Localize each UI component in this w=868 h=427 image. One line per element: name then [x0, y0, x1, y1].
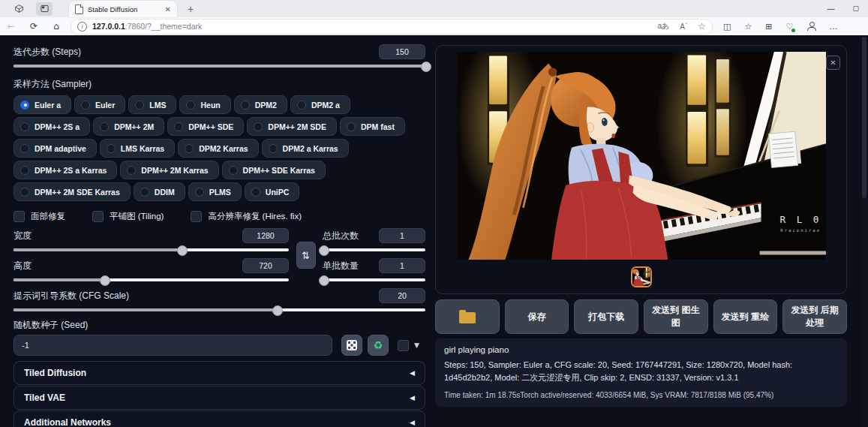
- generated-image[interactable]: [457, 52, 826, 260]
- batch-size-block: 单批数量 1: [323, 259, 425, 281]
- sampler-option-ddim[interactable]: DDIM: [134, 182, 185, 201]
- height-slider[interactable]: [14, 278, 289, 281]
- send-to-img2img-button[interactable]: 发送到 图生图: [644, 299, 708, 334]
- batch-count-slider[interactable]: [323, 248, 425, 251]
- button-label: 保存: [528, 311, 546, 323]
- width-slider[interactable]: [14, 248, 289, 251]
- sampler-option-dpm-sde-karras[interactable]: DPM++ SDE Karras: [222, 161, 326, 179]
- sampler-option-plms[interactable]: PLMS: [188, 182, 242, 201]
- sampler-option-label: PLMS: [209, 188, 231, 197]
- seed-extra-caret-icon[interactable]: ▼: [414, 341, 419, 349]
- results-panel: ✕ 保存打包下载发送到 图生图发送到 重绘发送到 后期处理 girl playi…: [435, 35, 847, 407]
- batch-size-input[interactable]: 1: [379, 258, 425, 273]
- sampler-option-label: DPM adaptive: [35, 144, 86, 153]
- collections-icon[interactable]: ⊞: [765, 22, 772, 32]
- sampler-option-dpm2-a-karras[interactable]: DPM2 a Karras: [262, 139, 349, 158]
- sampler-option-dpm-2s-a-karras[interactable]: DPM++ 2S a Karras: [14, 161, 117, 179]
- sampler-option-unipc[interactable]: UniPC: [245, 182, 300, 201]
- sampler-option-dpm-2s-a[interactable]: DPM++ 2S a: [14, 117, 90, 136]
- sampler-option-lms[interactable]: LMS: [128, 95, 176, 114]
- sampler-option-dpm2-karras[interactable]: DPM2 Karras: [178, 139, 258, 158]
- sampler-option-label: Heun: [200, 101, 220, 110]
- accordion-caret-icon: ◀: [410, 419, 415, 426]
- batch-count-block: 总批次数 1: [323, 229, 425, 251]
- zip-download-button[interactable]: 打包下载: [574, 299, 638, 334]
- accordion-tiled-diffusion[interactable]: Tiled Diffusion◀: [14, 361, 425, 385]
- browser-essentials-icon[interactable]: ♡: [786, 22, 794, 32]
- sampler-option-label: UniPC: [266, 188, 290, 197]
- accordion-caret-icon: ◀: [410, 394, 415, 401]
- url-text: 127.0.0.1:7860/?__theme=dark: [92, 22, 202, 31]
- refresh-icon[interactable]: ⟳: [23, 21, 45, 32]
- radio-icon: [254, 122, 263, 131]
- sampler-option-lms-karras[interactable]: LMS Karras: [100, 139, 175, 158]
- sampler-option-dpm-sde[interactable]: DPM++ SDE: [167, 117, 244, 136]
- face-restore-checkbox[interactable]: 面部修复: [14, 211, 65, 222]
- tab-actions-icon[interactable]: [36, 2, 53, 16]
- random-seed-button[interactable]: [341, 335, 362, 356]
- accordion-label: Tiled VAE: [24, 392, 65, 403]
- tiling-checkbox[interactable]: 平铺图 (Tiling): [92, 211, 164, 222]
- checkbox-icon: [92, 211, 104, 222]
- width-label: 宽度: [14, 230, 32, 242]
- sampler-option-dpm2[interactable]: DPM2: [234, 95, 287, 114]
- workspaces-icon[interactable]: [11, 2, 27, 16]
- batch-size-slider[interactable]: [323, 278, 425, 281]
- accordion-additional-networks[interactable]: Additional Networks◀: [14, 410, 425, 427]
- new-tab-button[interactable]: +: [188, 3, 194, 15]
- swap-dimensions-button[interactable]: ⇅: [296, 242, 316, 269]
- sampler-option-label: Euler a: [35, 101, 61, 110]
- tab-close-icon[interactable]: ✕: [165, 5, 171, 14]
- settings-menu-icon[interactable]: …: [829, 22, 837, 32]
- time-taken: Time taken: 1m 18.75s: [444, 391, 520, 399]
- cfg-input[interactable]: 20: [379, 288, 425, 303]
- image-thumbnail[interactable]: [631, 266, 652, 287]
- back-icon[interactable]: ←: [0, 21, 23, 32]
- send-to-extras-button[interactable]: 发送到 后期处理: [782, 299, 847, 334]
- sampler-option-dpm2-a[interactable]: DPM2 a: [290, 95, 350, 114]
- window-controls: — ▢: [827, 0, 859, 17]
- steps-input[interactable]: 150: [379, 44, 425, 59]
- home-icon[interactable]: ⌂: [45, 21, 68, 32]
- accordion-tiled-vae[interactable]: Tiled VAE◀: [14, 386, 425, 410]
- checkbox-icon: [191, 211, 202, 222]
- address-bar[interactable]: i 127.0.0.1:7860/?__theme=dark aあ Aˊ ☆: [71, 19, 713, 35]
- translate-icon[interactable]: aあ: [657, 21, 669, 32]
- width-input[interactable]: 1280: [242, 228, 289, 243]
- read-aloud-icon[interactable]: Aˊ: [680, 23, 687, 31]
- radio-icon: [251, 188, 260, 197]
- batch-count-input[interactable]: 1: [379, 228, 425, 243]
- output-actions: 保存打包下载发送到 图生图发送到 重绘发送到 后期处理: [435, 299, 847, 334]
- radio-icon: [195, 188, 204, 197]
- seed-input[interactable]: -1: [14, 335, 332, 356]
- hires-fix-checkbox[interactable]: 高分辨率修复 (Hires. fix): [191, 211, 302, 222]
- save-button[interactable]: 保存: [505, 299, 569, 334]
- favorites-bar-icon[interactable]: ☆: [744, 22, 752, 32]
- maximize-button[interactable]: ▢: [852, 0, 859, 17]
- reuse-seed-button[interactable]: ♻: [368, 335, 389, 356]
- height-input[interactable]: 720: [242, 258, 289, 273]
- gallery-close-icon[interactable]: ✕: [826, 56, 840, 70]
- site-info-icon[interactable]: i: [77, 22, 87, 32]
- minimize-button[interactable]: —: [827, 0, 834, 17]
- sampler-option-dpm-2m-sde-karras[interactable]: DPM++ 2M SDE Karras: [14, 182, 131, 201]
- open-folder-button[interactable]: [435, 299, 500, 334]
- sampler-option-dpm-2m[interactable]: DPM++ 2M: [93, 117, 164, 136]
- send-to-inpaint-button[interactable]: 发送到 重绘: [713, 299, 778, 334]
- radio-icon: [269, 144, 278, 153]
- sampler-option-dpm-fast[interactable]: DPM fast: [340, 117, 405, 136]
- sampler-option-euler[interactable]: Euler: [74, 95, 125, 114]
- favorite-star-icon[interactable]: ☆: [698, 21, 706, 32]
- split-screen-icon[interactable]: ◫: [723, 22, 731, 32]
- profile-icon[interactable]: [806, 22, 815, 31]
- sampler-option-dpm-2m-karras[interactable]: DPM++ 2M Karras: [120, 161, 218, 179]
- browser-tab[interactable]: Stable Diffusion ✕: [69, 1, 177, 17]
- extra-seed-checkbox[interactable]: [398, 340, 409, 351]
- sampler-option-heun[interactable]: Heun: [179, 95, 230, 114]
- sampler-option-dpm-2m-sde[interactable]: DPM++ 2M SDE: [247, 117, 337, 136]
- sampler-option-dpm-adaptive[interactable]: DPM adaptive: [14, 139, 97, 158]
- steps-slider[interactable]: [14, 65, 425, 68]
- cfg-slider[interactable]: [14, 308, 425, 311]
- page-scrollbar[interactable]: [860, 35, 868, 427]
- sampler-option-euler-a[interactable]: Euler a: [14, 95, 71, 114]
